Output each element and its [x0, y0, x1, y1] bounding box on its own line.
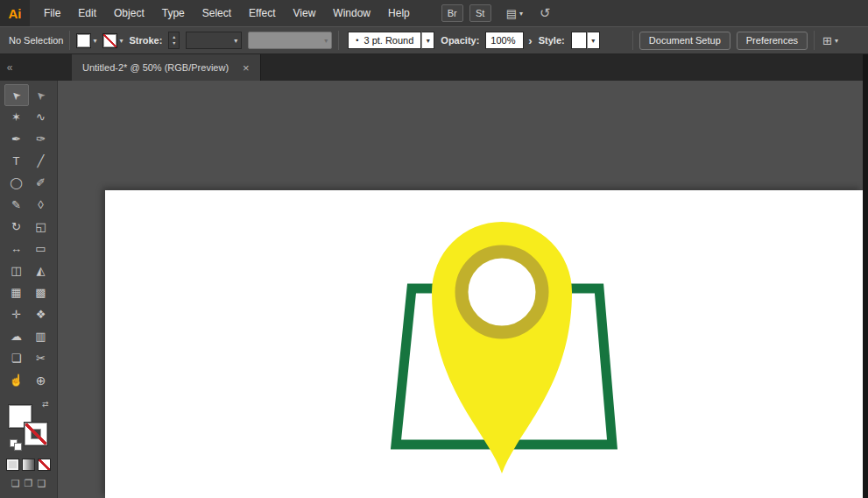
artboard-tool-icon: ❏	[11, 352, 22, 365]
mesh-tool-icon: ▦	[11, 286, 21, 299]
tab-close-icon[interactable]: ×	[243, 62, 250, 74]
app-logo[interactable]: Ai	[0, 0, 30, 26]
swap-fill-stroke-icon[interactable]: ⇄	[42, 400, 49, 409]
menu-item-select[interactable]: Select	[194, 0, 240, 26]
draw-normal-icon[interactable]: ❏	[11, 478, 20, 489]
fill-swatch[interactable]	[76, 33, 91, 48]
draw-inside-icon[interactable]: ❑	[37, 478, 46, 489]
free-transform-tool[interactable]: ▭	[29, 238, 53, 260]
menu-item-view[interactable]: View	[285, 0, 325, 26]
line-segment-tool[interactable]: ╱	[29, 150, 53, 172]
symbol-sprayer-tool[interactable]: ☁	[4, 325, 29, 347]
stroke-weight-dropdown[interactable]: ▾	[186, 32, 242, 49]
stroke-weight-stepper[interactable]: ▴ ▾	[168, 32, 180, 49]
brush-chevron-button[interactable]: ▾	[421, 32, 434, 49]
column-graph-tool[interactable]: ▥	[29, 325, 53, 347]
selection-tool[interactable]: ➤	[4, 84, 29, 106]
bridge-button[interactable]: Br	[441, 4, 463, 22]
pencil-tool[interactable]: ✎	[4, 194, 29, 216]
eraser-tool[interactable]: ◊	[29, 194, 53, 216]
pencil-tool-icon: ✎	[11, 198, 21, 211]
none-button[interactable]	[38, 459, 51, 471]
chevron-down-icon: ▾	[519, 10, 523, 18]
right-panel-dock[interactable]	[863, 54, 868, 498]
pen-tool[interactable]: ✒	[4, 128, 29, 150]
eyedropper-tool[interactable]: ✛	[4, 303, 29, 325]
document-setup-button[interactable]: Document Setup	[639, 32, 730, 50]
hand-tool-icon: ☝	[9, 374, 23, 387]
separator	[814, 31, 815, 50]
document-tab[interactable]: Untitled-2* @ 50% (RGB/Preview) ×	[72, 54, 261, 81]
color-mode-buttons	[6, 459, 51, 471]
paintbrush-tool-icon: ✐	[36, 176, 46, 189]
workspace-switcher[interactable]: ▤ ▾	[506, 7, 523, 20]
mesh-tool[interactable]: ▦	[4, 281, 29, 303]
rotate-tool[interactable]: ↻	[4, 216, 29, 238]
stepper-down-icon[interactable]: ▾	[173, 40, 175, 46]
hand-tool[interactable]: ☝	[4, 369, 29, 391]
menu-item-type[interactable]: Type	[153, 0, 194, 26]
opacity-input[interactable]: 100%	[485, 32, 524, 49]
menu-item-help[interactable]: Help	[379, 0, 419, 26]
pin-ring-shape[interactable]	[462, 252, 542, 332]
menu-item-file[interactable]: File	[35, 0, 69, 26]
collapse-tools-icon[interactable]: «	[0, 54, 19, 81]
perspective-grid-tool-icon: ◭	[37, 264, 46, 277]
zoom-tool-icon: ⊕	[36, 374, 46, 388]
lasso-tool[interactable]: ∿	[29, 106, 53, 128]
drawing-mode-buttons: ❏ ❐ ❑	[11, 478, 46, 489]
separator	[338, 31, 339, 50]
menu-item-window[interactable]: Window	[324, 0, 379, 26]
magic-wand-tool[interactable]: ✶	[4, 106, 29, 128]
opacity-label: Opacity:	[441, 35, 479, 46]
canvas-area[interactable]	[58, 81, 863, 498]
style-chevron-button[interactable]: ▾	[587, 32, 600, 49]
blend-tool[interactable]: ❖	[29, 303, 53, 325]
fill-color-control[interactable]: ▾	[76, 33, 96, 48]
separator	[632, 31, 633, 50]
draw-behind-icon[interactable]: ❐	[25, 478, 33, 489]
default-fill-stroke-icon[interactable]	[10, 439, 22, 451]
illustrator-window: Ai FileEditObjectTypeSelectEffectViewWin…	[0, 0, 868, 498]
blend-tool-icon: ❖	[36, 308, 46, 321]
direct-selection-tool[interactable]: ➤	[29, 84, 53, 106]
style-dropdown[interactable]: ▾	[571, 32, 600, 49]
preferences-button[interactable]: Preferences	[737, 32, 808, 50]
menu-item-edit[interactable]: Edit	[69, 0, 105, 26]
chevron-down-icon[interactable]: ▾	[93, 37, 96, 45]
paintbrush-tool[interactable]: ✐	[29, 172, 53, 194]
shape-builder-tool-icon: ◫	[11, 264, 21, 277]
stroke-none-swatch[interactable]	[102, 33, 117, 48]
chevron-down-icon[interactable]: ▾	[119, 37, 123, 45]
stroke-color-control[interactable]: ▾	[102, 33, 123, 48]
arrange-documents-control[interactable]: ⊞ ▾	[822, 34, 838, 47]
stock-button[interactable]: St	[469, 4, 491, 22]
gradient-button[interactable]	[22, 459, 35, 471]
menu-item-effect[interactable]: Effect	[240, 0, 284, 26]
symbol-sprayer-tool-icon: ☁	[11, 330, 22, 343]
opacity-dropdown-icon[interactable]: ›	[528, 34, 532, 47]
gradient-tool[interactable]: ▩	[29, 281, 53, 303]
ellipse-tool[interactable]: ◯	[4, 172, 29, 194]
workspace-layout-icon: ▤	[506, 7, 517, 20]
brush-definition-dropdown[interactable]: • 3 pt. Round ▾	[348, 32, 434, 49]
curvature-tool[interactable]: ✑	[29, 128, 53, 150]
perspective-grid-tool[interactable]: ◭	[29, 260, 53, 281]
stepper-up-icon[interactable]: ▴	[173, 34, 175, 40]
line-segment-tool-icon: ╱	[38, 154, 45, 167]
type-tool-icon: T	[13, 154, 20, 167]
zoom-tool[interactable]: ⊕	[29, 369, 53, 391]
menu-item-object[interactable]: Object	[105, 0, 153, 26]
direct-selection-tool-icon: ➤	[33, 88, 48, 103]
stroke-color-swatch[interactable]	[25, 423, 47, 445]
type-tool[interactable]: T	[4, 150, 29, 172]
slice-tool[interactable]: ✂	[29, 347, 53, 369]
touch-workspace-icon[interactable]: ↺	[540, 5, 551, 21]
artboard-tool[interactable]: ❏	[4, 347, 29, 369]
style-swatch	[571, 32, 587, 49]
scale-tool[interactable]: ◱	[29, 216, 53, 238]
brush-value: 3 pt. Round	[363, 35, 413, 46]
width-tool[interactable]: ↔	[4, 238, 29, 260]
color-button[interactable]	[6, 459, 19, 471]
shape-builder-tool[interactable]: ◫	[4, 260, 29, 281]
